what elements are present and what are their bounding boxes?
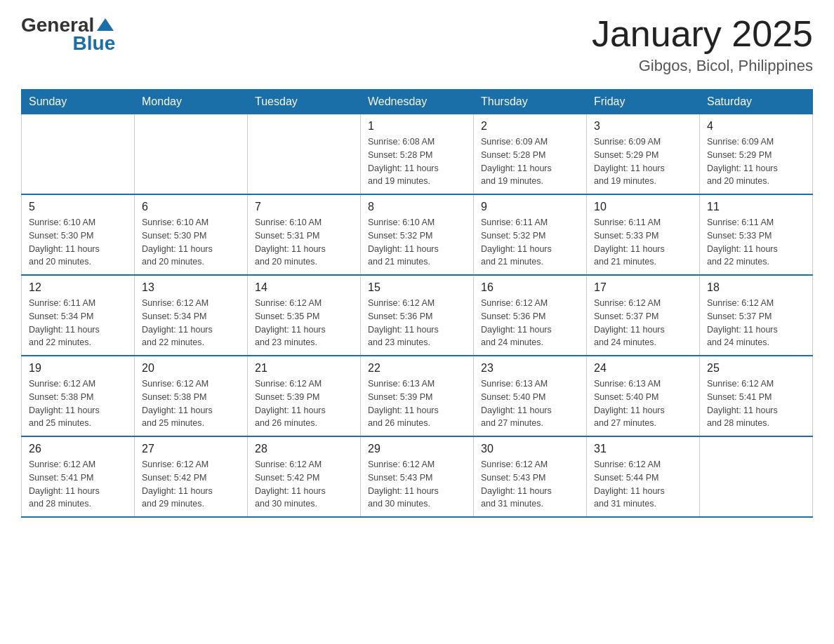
day-number: 4 xyxy=(707,120,805,133)
calendar-day-1: 1Sunrise: 6:08 AMSunset: 5:28 PMDaylight… xyxy=(361,114,474,195)
header-thursday: Thursday xyxy=(474,90,587,114)
calendar-week-row: 5Sunrise: 6:10 AMSunset: 5:30 PMDaylight… xyxy=(22,194,813,275)
day-info: Sunrise: 6:12 AMSunset: 5:41 PMDaylight:… xyxy=(29,458,127,511)
day-number: 3 xyxy=(594,120,692,133)
day-number: 25 xyxy=(707,362,805,375)
logo: General Blue xyxy=(21,14,115,55)
day-info: Sunrise: 6:12 AMSunset: 5:39 PMDaylight:… xyxy=(255,377,353,430)
day-number: 27 xyxy=(142,443,240,455)
calendar-day-15: 15Sunrise: 6:12 AMSunset: 5:36 PMDayligh… xyxy=(361,275,474,356)
day-info: Sunrise: 6:12 AMSunset: 5:36 PMDaylight:… xyxy=(368,297,466,349)
calendar-day-24: 24Sunrise: 6:13 AMSunset: 5:40 PMDayligh… xyxy=(587,356,700,436)
calendar-day-25: 25Sunrise: 6:12 AMSunset: 5:41 PMDayligh… xyxy=(700,356,813,436)
day-info: Sunrise: 6:08 AMSunset: 5:28 PMDaylight:… xyxy=(368,135,466,188)
day-number: 29 xyxy=(368,443,466,455)
header-sunday: Sunday xyxy=(22,90,135,114)
day-info: Sunrise: 6:13 AMSunset: 5:40 PMDaylight:… xyxy=(481,377,579,430)
day-number: 19 xyxy=(29,362,127,375)
day-info: Sunrise: 6:13 AMSunset: 5:40 PMDaylight:… xyxy=(594,377,692,430)
day-number: 9 xyxy=(481,201,579,213)
day-number: 14 xyxy=(255,281,353,294)
calendar-day-16: 16Sunrise: 6:12 AMSunset: 5:36 PMDayligh… xyxy=(474,275,587,356)
day-info: Sunrise: 6:10 AMSunset: 5:30 PMDaylight:… xyxy=(142,216,240,269)
calendar-empty-cell xyxy=(700,436,813,517)
calendar-day-2: 2Sunrise: 6:09 AMSunset: 5:28 PMDaylight… xyxy=(474,114,587,195)
day-number: 28 xyxy=(255,443,353,455)
day-number: 1 xyxy=(368,120,466,133)
day-info: Sunrise: 6:12 AMSunset: 5:38 PMDaylight:… xyxy=(29,377,127,430)
header-wednesday: Wednesday xyxy=(361,90,474,114)
calendar-day-13: 13Sunrise: 6:12 AMSunset: 5:34 PMDayligh… xyxy=(135,275,248,356)
calendar-day-29: 29Sunrise: 6:12 AMSunset: 5:43 PMDayligh… xyxy=(361,436,474,517)
day-number: 12 xyxy=(29,281,127,294)
day-number: 13 xyxy=(142,281,240,294)
day-info: Sunrise: 6:09 AMSunset: 5:29 PMDaylight:… xyxy=(707,135,805,188)
day-info: Sunrise: 6:09 AMSunset: 5:28 PMDaylight:… xyxy=(481,135,579,188)
calendar-day-8: 8Sunrise: 6:10 AMSunset: 5:32 PMDaylight… xyxy=(361,194,474,275)
day-number: 5 xyxy=(29,201,127,213)
calendar-day-28: 28Sunrise: 6:12 AMSunset: 5:42 PMDayligh… xyxy=(248,436,361,517)
calendar-day-30: 30Sunrise: 6:12 AMSunset: 5:43 PMDayligh… xyxy=(474,436,587,517)
calendar-day-9: 9Sunrise: 6:11 AMSunset: 5:32 PMDaylight… xyxy=(474,194,587,275)
day-number: 10 xyxy=(594,201,692,213)
calendar-empty-cell xyxy=(135,114,248,195)
day-info: Sunrise: 6:11 AMSunset: 5:33 PMDaylight:… xyxy=(707,216,805,269)
day-info: Sunrise: 6:09 AMSunset: 5:29 PMDaylight:… xyxy=(594,135,692,188)
day-number: 26 xyxy=(29,443,127,455)
calendar-week-row: 19Sunrise: 6:12 AMSunset: 5:38 PMDayligh… xyxy=(22,356,813,436)
day-number: 24 xyxy=(594,362,692,375)
calendar-week-row: 1Sunrise: 6:08 AMSunset: 5:28 PMDaylight… xyxy=(22,114,813,195)
title-block: January 2025 Gibgos, Bicol, Philippines xyxy=(592,14,813,75)
day-number: 16 xyxy=(481,281,579,294)
calendar-day-26: 26Sunrise: 6:12 AMSunset: 5:41 PMDayligh… xyxy=(22,436,135,517)
header-monday: Monday xyxy=(135,90,248,114)
calendar-day-3: 3Sunrise: 6:09 AMSunset: 5:29 PMDaylight… xyxy=(587,114,700,195)
calendar-day-6: 6Sunrise: 6:10 AMSunset: 5:30 PMDaylight… xyxy=(135,194,248,275)
day-info: Sunrise: 6:12 AMSunset: 5:42 PMDaylight:… xyxy=(142,458,240,511)
calendar-day-18: 18Sunrise: 6:12 AMSunset: 5:37 PMDayligh… xyxy=(700,275,813,356)
day-number: 20 xyxy=(142,362,240,375)
calendar-day-31: 31Sunrise: 6:12 AMSunset: 5:44 PMDayligh… xyxy=(587,436,700,517)
day-info: Sunrise: 6:12 AMSunset: 5:35 PMDaylight:… xyxy=(255,297,353,349)
day-info: Sunrise: 6:12 AMSunset: 5:43 PMDaylight:… xyxy=(481,458,579,511)
day-info: Sunrise: 6:12 AMSunset: 5:36 PMDaylight:… xyxy=(481,297,579,349)
calendar-header-row: SundayMondayTuesdayWednesdayThursdayFrid… xyxy=(22,90,813,114)
calendar-day-10: 10Sunrise: 6:11 AMSunset: 5:33 PMDayligh… xyxy=(587,194,700,275)
day-number: 22 xyxy=(368,362,466,375)
header-friday: Friday xyxy=(587,90,700,114)
header-saturday: Saturday xyxy=(700,90,813,114)
calendar-day-27: 27Sunrise: 6:12 AMSunset: 5:42 PMDayligh… xyxy=(135,436,248,517)
calendar-day-14: 14Sunrise: 6:12 AMSunset: 5:35 PMDayligh… xyxy=(248,275,361,356)
calendar-week-row: 12Sunrise: 6:11 AMSunset: 5:34 PMDayligh… xyxy=(22,275,813,356)
day-info: Sunrise: 6:12 AMSunset: 5:38 PMDaylight:… xyxy=(142,377,240,430)
day-number: 23 xyxy=(481,362,579,375)
day-info: Sunrise: 6:12 AMSunset: 5:44 PMDaylight:… xyxy=(594,458,692,511)
calendar-week-row: 26Sunrise: 6:12 AMSunset: 5:41 PMDayligh… xyxy=(22,436,813,517)
day-number: 30 xyxy=(481,443,579,455)
calendar-day-19: 19Sunrise: 6:12 AMSunset: 5:38 PMDayligh… xyxy=(22,356,135,436)
day-info: Sunrise: 6:12 AMSunset: 5:43 PMDaylight:… xyxy=(368,458,466,511)
page-header: General Blue January 2025 Gibgos, Bicol,… xyxy=(21,14,813,75)
calendar-day-5: 5Sunrise: 6:10 AMSunset: 5:30 PMDaylight… xyxy=(22,194,135,275)
day-info: Sunrise: 6:12 AMSunset: 5:41 PMDaylight:… xyxy=(707,377,805,430)
logo-blue: Blue xyxy=(73,32,116,54)
day-info: Sunrise: 6:11 AMSunset: 5:34 PMDaylight:… xyxy=(29,297,127,349)
calendar-day-21: 21Sunrise: 6:12 AMSunset: 5:39 PMDayligh… xyxy=(248,356,361,436)
day-number: 7 xyxy=(255,201,353,213)
month-title: January 2025 xyxy=(592,14,813,54)
calendar-day-20: 20Sunrise: 6:12 AMSunset: 5:38 PMDayligh… xyxy=(135,356,248,436)
day-info: Sunrise: 6:10 AMSunset: 5:30 PMDaylight:… xyxy=(29,216,127,269)
day-number: 21 xyxy=(255,362,353,375)
calendar-day-11: 11Sunrise: 6:11 AMSunset: 5:33 PMDayligh… xyxy=(700,194,813,275)
calendar-empty-cell xyxy=(248,114,361,195)
day-info: Sunrise: 6:10 AMSunset: 5:31 PMDaylight:… xyxy=(255,216,353,269)
day-info: Sunrise: 6:13 AMSunset: 5:39 PMDaylight:… xyxy=(368,377,466,430)
header-tuesday: Tuesday xyxy=(248,90,361,114)
day-number: 2 xyxy=(481,120,579,133)
day-info: Sunrise: 6:11 AMSunset: 5:33 PMDaylight:… xyxy=(594,216,692,269)
calendar-day-22: 22Sunrise: 6:13 AMSunset: 5:39 PMDayligh… xyxy=(361,356,474,436)
calendar-empty-cell xyxy=(22,114,135,195)
day-number: 17 xyxy=(594,281,692,294)
day-info: Sunrise: 6:12 AMSunset: 5:34 PMDaylight:… xyxy=(142,297,240,349)
day-info: Sunrise: 6:12 AMSunset: 5:42 PMDaylight:… xyxy=(255,458,353,511)
